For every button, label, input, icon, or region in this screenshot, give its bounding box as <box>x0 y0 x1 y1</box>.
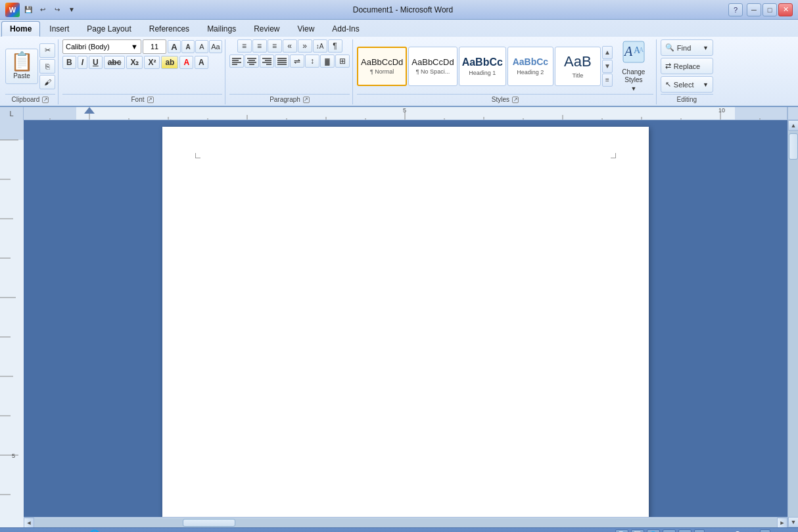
font-change-button[interactable]: Aa <box>209 40 222 53</box>
multilevel-button[interactable]: ≡ <box>268 39 282 53</box>
language-icon: 🌐 <box>89 529 100 533</box>
align-left-button[interactable] <box>229 55 244 68</box>
find-icon: 🔍 <box>665 43 674 52</box>
align-center-button[interactable] <box>245 55 259 68</box>
font-grow-button[interactable]: A <box>168 40 181 53</box>
h-scroll-track[interactable] <box>34 518 777 527</box>
office-logo[interactable]: W <box>5 3 20 17</box>
show-marks-button[interactable]: ¶ <box>328 39 342 53</box>
styles-scroll-down[interactable]: ▼ <box>602 60 613 73</box>
underline-button[interactable]: U <box>89 56 103 69</box>
font-color-button[interactable]: A <box>179 56 193 69</box>
font-effects-button[interactable]: A <box>195 56 208 69</box>
tab-review[interactable]: Review <box>245 21 288 37</box>
text-direction-button[interactable]: ⇌ <box>290 55 304 68</box>
tab-references[interactable]: References <box>141 21 198 37</box>
style-heading1[interactable]: AaBbCc Heading 1 <box>459 47 506 86</box>
close-button[interactable]: ✕ <box>778 3 793 16</box>
font-size-buttons: A A A Aa <box>168 40 222 53</box>
select-button[interactable]: ↖ Select ▼ <box>661 76 713 93</box>
paragraph-group: ≡ ≡ ≡ « » ↕A ¶ <box>227 39 353 104</box>
subscript-button[interactable]: X₂ <box>126 56 143 69</box>
qat-save-button[interactable]: 💾 <box>22 4 34 16</box>
v-scroll-track[interactable] <box>788 131 798 517</box>
tab-page-layout[interactable]: Page Layout <box>78 21 139 37</box>
clipboard-group-content: 📋 Paste ✂ ⎘ 🖌 <box>5 39 55 93</box>
font-shrink-button[interactable]: A <box>181 40 195 53</box>
style-normal[interactable]: AaBbCcDd ¶ Normal <box>357 47 407 86</box>
find-button[interactable]: 🔍 Find ▼ <box>661 39 713 56</box>
style-heading2[interactable]: AaBbCc Heading 2 <box>507 47 553 86</box>
style-title[interactable]: AaB Title <box>555 47 601 86</box>
decrease-indent-button[interactable]: « <box>283 39 297 53</box>
view-print-button[interactable]: 📄 <box>615 529 628 533</box>
tab-mailings[interactable]: Mailings <box>199 21 245 37</box>
paragraph-expand[interactable]: ↗ <box>303 97 310 103</box>
numbered-button[interactable]: ≡ <box>252 39 267 53</box>
v-scroll-thumb[interactable] <box>789 133 798 160</box>
superscript-button[interactable]: X² <box>144 56 160 69</box>
styles-scroll-more[interactable]: ≡ <box>602 74 613 87</box>
tab-insert[interactable]: Insert <box>41 21 78 37</box>
justify-button[interactable] <box>275 55 289 68</box>
tab-view[interactable]: View <box>289 21 323 37</box>
scroll-down-button[interactable]: ▼ <box>788 517 798 527</box>
qat-dropdown-button[interactable]: ▼ <box>66 4 78 16</box>
doc-and-hscroll: ◄ ► <box>24 120 787 527</box>
strikethrough-button[interactable]: abc <box>104 56 126 69</box>
clipboard-group: 📋 Paste ✂ ⎘ 🖌 <box>3 39 59 104</box>
scroll-up-button[interactable]: ▲ <box>788 120 798 131</box>
italic-button[interactable]: I <box>78 56 87 69</box>
align-right-button[interactable] <box>260 55 274 68</box>
clipboard-expand[interactable]: ↗ <box>42 97 49 103</box>
scroll-left-button[interactable]: ◄ <box>24 518 34 528</box>
styles-expand[interactable]: ↗ <box>512 97 519 103</box>
copy-button[interactable]: ⎘ <box>39 59 55 74</box>
styles-gallery: AaBbCcDd ¶ Normal AaBbCcDd ¶ No Spaci...… <box>357 47 601 86</box>
page-area[interactable] <box>24 120 787 517</box>
highlight-button[interactable]: ab <box>161 56 178 69</box>
maximize-button[interactable]: □ <box>763 3 777 16</box>
style-no-spacing[interactable]: AaBbCcDd ¶ No Spaci... <box>408 47 457 86</box>
document-page[interactable] <box>162 127 649 517</box>
shading-button[interactable]: ▓ <box>320 55 335 68</box>
styles-scroll-up[interactable]: ▲ <box>602 46 613 59</box>
tab-bar: Home Insert Page Layout References Maili… <box>0 20 798 37</box>
format-painter-button[interactable]: 🖌 <box>39 75 55 89</box>
styles-group-content: AaBbCcDd ¶ Normal AaBbCcDd ¶ No Spaci...… <box>357 39 653 93</box>
view-web-button[interactable]: 🌐 <box>647 529 660 533</box>
view-fullscreen-button[interactable]: ⬜ <box>631 529 644 533</box>
paste-button[interactable]: 📋 Paste <box>5 49 38 84</box>
cut-button[interactable]: ✂ <box>39 43 55 58</box>
ruler-corner[interactable]: L <box>0 107 24 120</box>
bold-button[interactable]: B <box>62 56 76 69</box>
tab-home[interactable]: Home <box>1 21 40 37</box>
scroll-right-button[interactable]: ► <box>777 518 787 528</box>
horizontal-scrollbar: ◄ ► <box>24 517 787 527</box>
view-draft-button[interactable]: ≡ <box>678 529 692 533</box>
zoom-decrease-button[interactable]: − <box>694 529 705 533</box>
view-outline-button[interactable]: ☰ <box>663 529 676 533</box>
line-spacing-button[interactable]: ↕ <box>305 55 319 68</box>
borders-button[interactable]: ⊞ <box>335 55 350 68</box>
minimize-button[interactable]: ─ <box>747 3 761 16</box>
replace-button[interactable]: ⇄ Replace <box>661 58 713 74</box>
styles-label: Styles ↗ <box>357 94 653 104</box>
h-scroll-thumb[interactable] <box>183 519 235 527</box>
font-clear-button[interactable]: A <box>195 40 208 53</box>
language[interactable]: 🌐 English (Canada) <box>89 529 158 533</box>
svg-text:A: A <box>623 44 633 58</box>
font-expand[interactable]: ↗ <box>147 97 154 103</box>
font-size-selector[interactable]: 11 <box>143 39 166 54</box>
change-styles-button[interactable]: A A A ChangeStyles ▼ <box>614 47 653 86</box>
increase-indent-button[interactable]: » <box>298 39 312 53</box>
bullets-button[interactable]: ≡ <box>237 39 252 53</box>
qat-redo-button[interactable]: ↪ <box>51 4 63 16</box>
qat-undo-button[interactable]: ↩ <box>37 4 49 16</box>
zoom-increase-button[interactable]: + <box>760 529 770 533</box>
sort-button[interactable]: ↕A <box>313 39 327 53</box>
font-name-selector[interactable]: Calibri (Body) ▼ <box>62 39 141 54</box>
tab-add-ins[interactable]: Add-Ins <box>323 21 367 37</box>
title-bar: W 💾 ↩ ↪ ▼ Document1 - Microsoft Word ? ─… <box>0 0 798 20</box>
help-button[interactable]: ? <box>728 3 743 16</box>
